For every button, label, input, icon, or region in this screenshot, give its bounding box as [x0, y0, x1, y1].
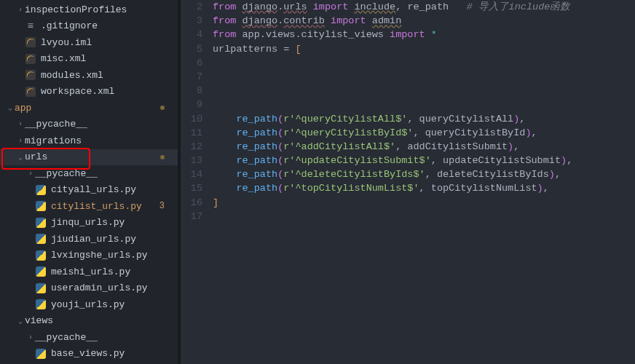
code-line[interactable]: from django.contrib import admin: [213, 14, 635, 28]
folder-label: migrations: [25, 135, 178, 146]
token: ,: [419, 183, 431, 194]
file-item-modulesxml[interactable]: modules.xml: [0, 67, 178, 84]
file-item-miscxml[interactable]: misc.xml: [0, 51, 178, 68]
token: r'^queryCitylistById$': [283, 127, 413, 138]
file-item-cityallurlspy[interactable]: cityall_urls.py: [0, 182, 178, 199]
chevron-right-icon[interactable]: ›: [26, 170, 35, 178]
token: ,: [555, 169, 561, 180]
line-number: 12: [181, 140, 202, 154]
py-file-icon: [35, 184, 47, 196]
token: urls: [283, 1, 307, 12]
chevron-right-icon[interactable]: ›: [16, 120, 25, 128]
folder-item-pycache[interactable]: ›__pycache__: [0, 329, 178, 346]
line-number: 13: [181, 154, 202, 167]
file-label: meishi_urls.py: [51, 266, 178, 277]
xml-file-icon: [25, 69, 36, 81]
token: queryCitylistById: [425, 127, 526, 138]
token: ): [561, 155, 567, 166]
file-label: youji_urls.py: [51, 299, 178, 310]
folder-label: inspectionProfiles: [25, 4, 178, 15]
folder-label: urls: [25, 151, 160, 162]
chevron-right-icon[interactable]: ›: [16, 6, 25, 14]
token: ]: [213, 197, 218, 208]
token: ,: [431, 155, 443, 166]
code-line[interactable]: re_path(r'^queryCitylistAll$', queryCity…: [213, 112, 635, 126]
file-label: modules.xml: [41, 70, 178, 81]
folder-item-app[interactable]: ⌄app: [0, 100, 178, 116]
file-explorer-sidebar[interactable]: ›inspectionProfiles.gitignorelvyou.imlmi…: [0, 0, 178, 364]
code-editor[interactable]: 234567891011121314151617 from django.url…: [181, 0, 635, 364]
file-label: jiudian_urls.py: [51, 234, 178, 245]
code-line[interactable]: [213, 70, 635, 84]
xml-file-icon: [25, 36, 36, 48]
token: [: [295, 44, 301, 55]
token: re_path: [236, 114, 277, 124]
token: [307, 1, 313, 12]
file-item-jinquurlspy[interactable]: jinqu_urls.py: [0, 215, 178, 232]
token: urlpatterns: [213, 44, 283, 55]
folder-label: app: [15, 103, 160, 114]
token: [213, 169, 236, 180]
code-line[interactable]: [213, 84, 635, 98]
token: include: [354, 1, 395, 12]
folder-label: __pycache__: [35, 168, 178, 179]
folder-item-pycache[interactable]: ›__pycache__: [0, 165, 178, 182]
code-line[interactable]: re_path(r'^topCitylistNumList$', topCity…: [213, 181, 635, 195]
file-item-baseviewspy[interactable]: base_views.py: [0, 346, 178, 363]
token: [213, 155, 236, 166]
py-file-icon: [35, 233, 47, 245]
token: [325, 15, 331, 26]
code-line[interactable]: from app.views.citylist_views import *: [213, 28, 635, 41]
folder-item-views[interactable]: ⌄views: [0, 313, 178, 330]
token: import: [331, 15, 372, 26]
token: [213, 141, 236, 152]
file-label: lvyou.iml: [41, 37, 178, 48]
token: from: [213, 15, 242, 26]
folder-label: __pycache__: [35, 332, 178, 343]
code-line[interactable]: from django.urls import include, re_path…: [213, 0, 635, 14]
code-line[interactable]: re_path(r'^deleteCitylistByIds$', delete…: [213, 167, 635, 181]
token: r'^deleteCitylistByIds$': [283, 169, 425, 180]
code-content[interactable]: from django.urls import include, re_path…: [213, 0, 635, 364]
file-item-useradminurlspy[interactable]: useradmin_urls.py: [0, 280, 178, 297]
chevron-down-icon[interactable]: ⌄: [16, 153, 25, 162]
file-label: workspace.xml: [41, 86, 178, 97]
token: ,: [413, 127, 425, 138]
folder-item-inspectionprofiles[interactable]: ›inspectionProfiles: [0, 1, 178, 18]
file-item-gitignore[interactable]: .gitignore: [0, 18, 178, 35]
file-item-workspacexml[interactable]: workspace.xml: [0, 84, 178, 100]
file-item-meishiurlspy[interactable]: meishi_urls.py: [0, 264, 178, 280]
py-file-icon: [35, 250, 47, 261]
token: ): [508, 141, 513, 152]
py-file-icon: [35, 266, 47, 277]
code-line[interactable]: re_path(r'^addCitylistAll$', addCitylist…: [213, 140, 635, 154]
file-label: cityall_urls.py: [51, 184, 178, 195]
code-line[interactable]: ]: [213, 196, 635, 210]
folder-item-urls[interactable]: ⌄urls: [0, 149, 178, 166]
file-item-youjiurlspy[interactable]: youji_urls.py: [0, 296, 178, 313]
code-line[interactable]: [213, 56, 635, 70]
token: r'^updateCitylistSubmit$': [283, 155, 431, 166]
file-item-lvxingsheurlspy[interactable]: lvxingshe_urls.py: [0, 248, 178, 264]
file-item-lvyouiml[interactable]: lvyou.iml: [0, 34, 178, 51]
chevron-down-icon[interactable]: ⌄: [6, 103, 15, 112]
xml-file-icon: [25, 53, 36, 65]
folder-item-pycache[interactable]: ›__pycache__: [0, 116, 178, 133]
chevron-right-icon[interactable]: ›: [26, 333, 35, 341]
file-item-jiudianurlspy[interactable]: jiudian_urls.py: [0, 231, 178, 248]
token: app.views.citylist_views: [242, 29, 390, 40]
code-line[interactable]: [213, 98, 635, 111]
token: ): [525, 127, 531, 138]
token: from: [213, 29, 242, 40]
chevron-down-icon[interactable]: ⌄: [16, 317, 25, 325]
chevron-right-icon[interactable]: ›: [16, 137, 25, 145]
code-line[interactable]: urlpatterns = [: [213, 42, 635, 56]
token: [449, 1, 466, 12]
code-line[interactable]: re_path(r'^queryCitylistById$', queryCit…: [213, 126, 635, 140]
file-label: misc.xml: [41, 53, 178, 64]
token: [213, 127, 236, 138]
file-item-citylisturlspy[interactable]: citylist_urls.py3: [0, 198, 178, 215]
code-line[interactable]: re_path(r'^updateCitylistSubmit$', updat…: [213, 154, 635, 167]
folder-item-migrations[interactable]: ›migrations: [0, 132, 178, 149]
code-line[interactable]: [213, 210, 635, 223]
